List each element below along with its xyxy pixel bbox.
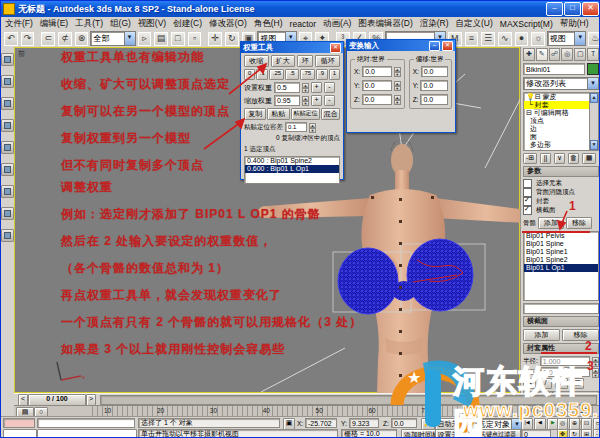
sphere-icon[interactable] xyxy=(1,97,14,110)
menu-create[interactable]: 创建(C) xyxy=(173,18,202,30)
weight-preset-button[interactable]: 1 xyxy=(329,69,340,80)
offset-x-field[interactable]: 0.0 xyxy=(421,66,448,77)
current-frame-field[interactable]: 0 xyxy=(521,429,551,438)
menu-modifiers[interactable]: 修改器(O) xyxy=(209,18,247,30)
menu-animation[interactable]: 动画(A) xyxy=(323,18,351,30)
redo-icon[interactable]: ↷ xyxy=(20,31,36,47)
scale-plus-button[interactable]: + xyxy=(311,95,322,106)
modifier-stack[interactable]: 💡⊟ 蒙皮 └ 封套 ⊟ 可编辑网格 顶点 边 面 多边形 元素 ▲▼ xyxy=(523,92,599,151)
modify-tab-icon[interactable]: ✎ xyxy=(536,48,548,61)
spinner[interactable]: ▲▼ xyxy=(394,95,401,104)
bone-item[interactable]: Bip01 L Op1 xyxy=(524,264,598,272)
stack-item-envelope[interactable]: └ 封套 xyxy=(524,101,598,109)
bone-item[interactable]: Bip01 Spine xyxy=(524,240,598,248)
align-icon[interactable]: ≡ xyxy=(464,31,480,47)
parameters-rollout[interactable]: 参数 xyxy=(523,166,599,177)
motion-tab-icon[interactable]: ◎ xyxy=(561,48,573,61)
link-icon[interactable]: ⊂ xyxy=(40,31,56,47)
minimize-button[interactable]: – xyxy=(546,2,563,16)
close-icon[interactable]: ✕ xyxy=(330,43,341,53)
move-icon[interactable]: ✛ xyxy=(207,31,223,47)
select-element-checkbox[interactable] xyxy=(523,179,532,188)
set-weight-spinner[interactable]: ▲▼ xyxy=(302,83,309,92)
display-icon[interactable] xyxy=(1,185,14,198)
bone-item[interactable]: Bip01 Spine2 xyxy=(524,256,598,264)
chevron-down-icon[interactable]: ▼ xyxy=(124,32,135,45)
weight-preset-button[interactable]: .75 xyxy=(300,69,315,80)
create-tab-icon[interactable]: ✚ xyxy=(523,48,535,61)
helpers-icon[interactable] xyxy=(1,141,14,154)
hierarchy-tab-icon[interactable]: ☍ xyxy=(549,48,561,61)
scale-minus-button[interactable]: - xyxy=(324,95,335,106)
stack-item-polygon[interactable]: 多边形 xyxy=(524,141,598,149)
paste-button[interactable]: 粘贴 xyxy=(267,108,289,120)
maximize-viewport-icon[interactable]: ⊞ xyxy=(581,429,592,438)
snapshot-icon[interactable] xyxy=(1,207,14,220)
x-coordinate-field[interactable]: -25.702 xyxy=(305,418,337,428)
object-name-field[interactable]: Bikini01 xyxy=(523,63,585,75)
axis-constraint-icon[interactable] xyxy=(1,119,14,132)
unlink-icon[interactable]: ⊄ xyxy=(57,31,73,47)
copy-button[interactable]: 复制 xyxy=(244,108,266,120)
falloff-a-icon[interactable]: A xyxy=(523,378,536,389)
close-icon[interactable]: ✕ xyxy=(442,41,453,51)
window-crossing-icon[interactable]: ▫ xyxy=(187,31,203,47)
add-cross-section-button[interactable]: 添加 xyxy=(523,329,560,341)
quick-render-icon[interactable]: ♨ xyxy=(587,31,600,47)
material-editor-icon[interactable]: ☼ xyxy=(530,31,546,47)
stack-item-edge[interactable]: 边 xyxy=(524,125,598,133)
spinner[interactable]: ▲▼ xyxy=(394,81,401,90)
bind-spacewarp-icon[interactable]: ⊗ xyxy=(74,31,90,47)
render-preset-dropdown[interactable]: 视图▼ xyxy=(547,31,586,46)
layer-manager-icon[interactable]: ☰ xyxy=(480,31,496,47)
shrink-button[interactable]: 收缩 xyxy=(244,55,269,67)
utilities-icon[interactable] xyxy=(1,229,14,242)
render-icon[interactable] xyxy=(1,75,14,88)
falloff-linear-icon[interactable]: / xyxy=(539,378,552,389)
add-bone-button[interactable]: 添加 xyxy=(538,217,564,229)
menu-reactor[interactable]: reactor xyxy=(290,19,316,29)
loop-button[interactable]: 循环 xyxy=(315,55,340,67)
paste-tolerance-spinner[interactable]: ▲▼ xyxy=(309,123,316,131)
remove-bone-button[interactable]: 移除 xyxy=(566,217,592,229)
abs-z-field[interactable]: 0.0 xyxy=(362,94,392,105)
select-object-icon[interactable]: ▹ xyxy=(137,31,153,47)
falloff-curve-icon[interactable]: J xyxy=(555,378,568,389)
remove-cross-section-button[interactable]: 移除 xyxy=(562,329,599,341)
stack-item-face[interactable]: 面 xyxy=(524,133,598,141)
menu-graph-editors[interactable]: 图表编辑器(D) xyxy=(358,18,412,30)
viewport-label[interactable]: 前 xyxy=(18,49,25,59)
utilities-tab-icon[interactable]: T xyxy=(587,48,599,61)
menu-help[interactable]: 帮助(H) xyxy=(560,18,589,30)
menu-rendering[interactable]: 渲染(R) xyxy=(420,18,449,30)
cross-sections-checkbox[interactable] xyxy=(523,206,532,215)
maximize-button[interactable]: □ xyxy=(564,2,581,16)
stack-item-element[interactable]: 元素 xyxy=(524,149,598,151)
modifier-list-dropdown[interactable]: 修改器列表▼ xyxy=(523,77,599,90)
weight-plus-button[interactable]: + xyxy=(311,82,322,93)
set-key-toggle-icon[interactable]: 🔑 xyxy=(421,418,435,430)
weight-minus-button[interactable]: - xyxy=(324,82,335,93)
menu-tools[interactable]: 工具(T) xyxy=(75,18,103,30)
select-by-name-icon[interactable]: ▤ xyxy=(153,31,169,47)
blend-button[interactable]: 混合 xyxy=(321,108,340,120)
show-end-result-icon[interactable]: || xyxy=(540,153,551,164)
macro-recorder-field[interactable] xyxy=(3,418,35,428)
chevron-down-icon[interactable]: ▼ xyxy=(587,78,598,89)
bone-list[interactable]: Bip01 Pelvis Bip01 Spine Bip01 Spine1 Bi… xyxy=(523,231,599,301)
stack-item-skin[interactable]: 💡⊟ 蒙皮 xyxy=(524,93,598,101)
minimize-icon[interactable]: – xyxy=(429,41,440,51)
menu-customize[interactable]: 自定义(U) xyxy=(456,18,493,30)
menu-edit[interactable]: 编辑(E) xyxy=(40,18,68,30)
close-button[interactable]: ✕ xyxy=(582,2,599,16)
remove-modifier-icon[interactable]: 🗑 xyxy=(568,153,579,164)
weight-preset-button[interactable]: .1 xyxy=(256,69,268,80)
pin-stack-icon[interactable]: -⊞ xyxy=(523,153,537,164)
menu-group[interactable]: 组(G) xyxy=(110,18,131,30)
time-slider-track[interactable] xyxy=(100,395,597,405)
min-max-toggle-icon[interactable]: ⛶ xyxy=(593,429,600,438)
lock-selection-icon[interactable] xyxy=(1,53,14,66)
grow-button[interactable]: 扩大 xyxy=(271,55,296,67)
bone-item[interactable]: Bip01 Pelvis xyxy=(524,232,598,240)
display-tab-icon[interactable]: ▢ xyxy=(574,48,586,61)
